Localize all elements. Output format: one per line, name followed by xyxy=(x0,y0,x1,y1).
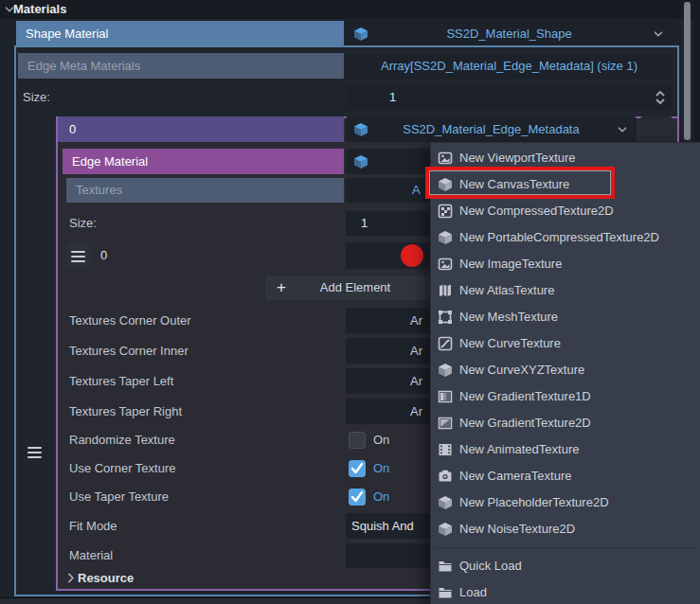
gradient-1d-icon xyxy=(438,389,453,404)
gradient-2d-icon xyxy=(438,416,453,431)
menu-item-new-atlastexture[interactable]: New AtlasTexture xyxy=(431,277,700,304)
property-label-use-corner-texture: Use Corner Texture xyxy=(69,456,175,481)
property-label-text: Textures xyxy=(76,178,122,203)
panel-right-edge xyxy=(694,0,700,142)
resource-section-fold[interactable]: Resource xyxy=(78,569,134,588)
image-icon xyxy=(438,257,453,272)
array-value-text: A xyxy=(412,178,421,203)
array-value-text: Ar xyxy=(410,399,422,424)
property-label-textures[interactable]: Textures xyxy=(66,178,344,203)
menu-item-label: New AnimatedTexture xyxy=(459,442,579,456)
array-element0-label[interactable]: 0 xyxy=(58,116,344,142)
cube-icon xyxy=(353,122,368,137)
add-element-button[interactable]: + Add Element xyxy=(265,275,445,300)
category-header-materials[interactable]: Materials xyxy=(0,0,700,19)
drag-handle-icon xyxy=(27,444,42,461)
property-label-edge-material[interactable]: Edge Material xyxy=(63,149,344,174)
property-label-textures-corner-inner: Textures Corner Inner xyxy=(69,338,188,364)
category-title: Materials xyxy=(13,0,66,19)
property-label-shape-material[interactable]: Shape Material xyxy=(16,21,344,46)
checkbox-icon[interactable] xyxy=(349,460,366,477)
menu-item-label: New ImageTexture xyxy=(459,257,562,271)
godot-inspector-panel: Materials Shape Material SS2D_Material_S… xyxy=(0,0,700,604)
menu-item-label: New GradientTexture2D xyxy=(459,416,591,430)
property-label-textures-taper-right: Textures Taper Right xyxy=(69,399,182,424)
spinner-updown-icon[interactable] xyxy=(654,90,667,105)
menu-item-new-meshtexture[interactable]: New MeshTexture xyxy=(431,304,700,330)
folder-icon xyxy=(438,585,453,600)
atlas-book-icon xyxy=(438,283,453,298)
menu-item-new-gradienttexture2d[interactable]: New GradientTexture2D xyxy=(431,410,700,436)
resource-name: SS2D_Material_Shape xyxy=(346,21,673,46)
scrollbar-thumb[interactable] xyxy=(684,2,691,140)
property-label-textures-taper-left: Textures Taper Left xyxy=(69,368,173,394)
element-index-text: 0 xyxy=(100,243,107,268)
filmstrip-icon xyxy=(438,442,453,457)
curve-icon xyxy=(438,336,453,351)
size-label: Size: xyxy=(23,85,50,110)
cube-icon xyxy=(438,522,453,537)
menu-item-new-noisetexture2d[interactable]: New NoiseTexture2D xyxy=(431,516,700,542)
drag-handle-button[interactable] xyxy=(66,243,91,268)
menu-item-new-imagetexture[interactable]: New ImageTexture xyxy=(431,251,700,277)
property-label-randomize-texture: Randomize Texture xyxy=(69,428,175,453)
folder-icon xyxy=(438,559,453,574)
menu-item-new-compressedtexture2d[interactable]: New CompressedTexture2D xyxy=(431,198,700,224)
drag-handle-icon xyxy=(71,248,85,265)
cube-icon xyxy=(438,230,453,245)
array-value-button[interactable]: Array[SS2D_Material_Edge_Metadata] (size… xyxy=(346,53,673,79)
mesh-image-icon xyxy=(438,310,453,325)
annotation-highlight-box xyxy=(425,167,615,199)
property-label-fit-mode: Fit Mode xyxy=(69,513,117,539)
menu-item-label: New CurveTexture xyxy=(459,336,561,350)
resource-section-title: Resource xyxy=(78,571,134,585)
camera-icon xyxy=(438,469,453,484)
menu-item-load[interactable]: Load xyxy=(431,579,700,604)
resource-picker-shape-material[interactable]: SS2D_Material_Shape xyxy=(346,21,673,46)
fit-mode-value: Squish And xyxy=(351,513,414,539)
menu-item-new-animatedtexture[interactable]: New AnimatedTexture xyxy=(431,436,700,463)
plus-icon: + xyxy=(277,275,286,299)
new-texture-popup-menu: New ViewportTextureNew CanvasTextureNew … xyxy=(430,142,700,604)
texture-preview-red-circle xyxy=(401,244,423,267)
toggle-state-text: On xyxy=(373,456,389,481)
chevron-down-icon xyxy=(616,123,629,136)
menu-item-label: New MeshTexture xyxy=(459,310,558,324)
property-label-material: Material xyxy=(69,543,113,568)
toggle-state-text: On xyxy=(373,428,389,453)
size-value: 1 xyxy=(389,85,396,110)
checkbox-icon[interactable] xyxy=(349,489,366,506)
menu-item-new-gradienttexture1d[interactable]: New GradientTexture1D xyxy=(431,383,700,410)
property-label-text: Edge Material xyxy=(72,149,148,174)
property-label-edge-meta-materials[interactable]: Edge Meta Materials xyxy=(18,53,344,79)
menu-item-quick-load[interactable]: Quick Load xyxy=(431,553,700,579)
cube-icon xyxy=(438,495,453,510)
element-index-text: 0 xyxy=(69,116,76,142)
menu-item-new-curvexyztexture[interactable]: New CurveXYZTexture xyxy=(431,357,700,383)
drag-handle[interactable] xyxy=(27,444,42,464)
size-spinbox[interactable]: 1 xyxy=(346,85,673,110)
chevron-down-icon xyxy=(652,27,665,41)
toggle-state-text: On xyxy=(373,485,389,509)
menu-item-label: New ViewportTexture xyxy=(459,151,576,165)
menu-item-new-portablecompressedtexture2d[interactable]: New PortableCompressedTexture2D xyxy=(431,224,700,251)
menu-item-label: New CameraTexture xyxy=(459,469,572,483)
menu-item-focus-rect xyxy=(429,170,611,195)
cube-icon xyxy=(353,27,368,42)
array-value-text: Ar xyxy=(410,368,422,394)
menu-item-new-cameratexture[interactable]: New CameraTexture xyxy=(431,463,700,489)
menu-item-new-curvetexture[interactable]: New CurveTexture xyxy=(431,330,700,357)
cube-icon xyxy=(438,363,453,378)
cube-icon xyxy=(353,154,368,169)
checkbox-icon[interactable] xyxy=(349,432,366,449)
size-label: Size: xyxy=(69,211,97,236)
resource-picker-element0[interactable]: SS2D_Material_Edge_Metadata xyxy=(346,116,637,142)
chevron-right-icon xyxy=(64,572,77,584)
property-label-use-taper-texture: Use Taper Texture xyxy=(69,485,169,509)
element-options-button[interactable] xyxy=(640,116,673,142)
image-icon xyxy=(438,151,453,166)
compressed-image-icon xyxy=(438,204,453,219)
menu-item-new-placeholdertexture2d[interactable]: New PlaceholderTexture2D xyxy=(431,489,700,516)
menu-item-label: Quick Load xyxy=(459,559,522,573)
menu-item-label: New PlaceholderTexture2D xyxy=(459,495,609,509)
